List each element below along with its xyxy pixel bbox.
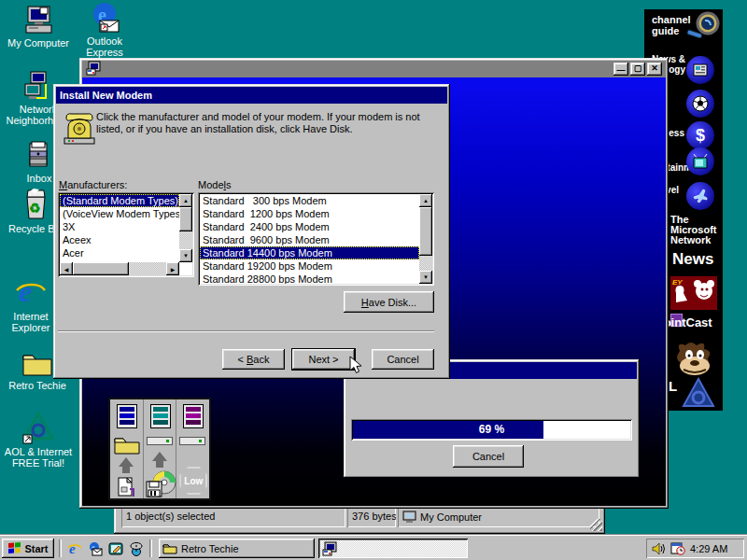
mouse-cursor [347, 356, 364, 378]
install-dialog-description: Click the manufacturer and model of your… [96, 111, 444, 135]
model-item[interactable]: Standard 1200 bps Modem [200, 207, 419, 220]
setup-window-titlebar[interactable]: — ▢ ✕ [82, 61, 666, 77]
taskbar-separator [59, 539, 62, 557]
scroll-thumb[interactable] [419, 207, 432, 256]
vertical-scrollbar[interactable]: ▲ ▼ [419, 194, 432, 284]
windows-logo-icon [7, 542, 21, 555]
scroll-down-icon[interactable]: ▼ [419, 271, 432, 284]
minimize-button[interactable]: — [613, 63, 628, 76]
channel-aol-icon[interactable] [682, 377, 715, 411]
model-item-selected[interactable]: Standard 14400 bps Modem [200, 246, 419, 259]
back-button[interactable]: < Back [222, 349, 285, 370]
separator [58, 330, 434, 332]
billboard-column-drive [144, 399, 177, 498]
channel-travel-icon[interactable] [686, 182, 714, 210]
quicklaunch-show-desktop-icon[interactable] [107, 540, 124, 556]
status-location: My Computer [398, 508, 599, 527]
progress-cancel-button[interactable]: Cancel [453, 445, 524, 468]
task-button-retro-techie[interactable]: Retro Techie [159, 539, 315, 558]
desktop-icon-label: AOL & Internet FREE Trial! [2, 446, 75, 469]
channel-guide-icon[interactable] [685, 11, 721, 45]
scroll-right-icon[interactable]: ▶ [166, 262, 179, 275]
taskbar: Start e e Retro Techie 4:29 AM [0, 535, 747, 560]
modem-setup-icon [86, 61, 101, 77]
status-size: 376 bytes [347, 508, 396, 527]
desktop-icon-outlook-express[interactable]: e Outlook Express [73, 3, 136, 58]
desktop-icon-label: Outlook Express [73, 35, 136, 58]
billboard-folder-icon [113, 433, 141, 457]
chip-stack-purple [183, 404, 204, 428]
model-item[interactable]: Standard 9600 bps Modem [200, 233, 419, 246]
billboard-drive-icon [147, 437, 173, 445]
install-dialog-title: Install New Modem [60, 90, 152, 101]
low-sign: Low [179, 467, 207, 495]
channel-disney-icon[interactable]: EY [670, 276, 717, 310]
have-disk-button[interactable]: Have Disk... [344, 291, 434, 313]
my-computer-icon [6, 5, 71, 35]
channel-label-news[interactable]: News [672, 250, 715, 269]
scroll-thumb[interactable] [73, 262, 129, 275]
install-billboard-graphic: Low [108, 398, 211, 500]
quicklaunch-view-channels-icon[interactable] [128, 540, 145, 556]
billboard-document-icon [117, 476, 135, 500]
scroll-up-icon[interactable]: ▲ [419, 194, 432, 207]
channel-label-aol[interactable]: L [669, 381, 680, 391]
status-objects: 1 object(s) selected [121, 508, 345, 527]
billboard-column-low: Low [176, 399, 209, 498]
up-arrow-icon [152, 452, 167, 461]
tray-datetime-icon[interactable] [670, 541, 685, 555]
scroll-up-icon[interactable]: ▲ [179, 194, 192, 207]
telephone-icon [63, 110, 96, 147]
quicklaunch-outlook-express-icon[interactable]: e [87, 540, 104, 556]
channel-entertainment-icon[interactable] [686, 147, 714, 175]
svg-text:e: e [69, 541, 76, 556]
channel-business-icon[interactable]: $ [686, 121, 714, 149]
my-computer-small-icon [402, 511, 416, 525]
taskbar-separator [149, 539, 152, 557]
manufacturer-item[interactable]: Aceex [60, 233, 179, 246]
task-button-modem-setup[interactable] [318, 539, 468, 558]
vertical-scrollbar[interactable]: ▲ ▼ [179, 194, 192, 262]
cancel-button[interactable]: Cancel [372, 349, 434, 370]
desktop-icon-my-computer[interactable]: My Computer [6, 5, 71, 49]
manufacturer-item[interactable]: 3X [60, 220, 179, 233]
install-dialog-titlebar[interactable]: Install New Modem [56, 87, 447, 104]
progress-percent: 69 % [351, 423, 632, 436]
next-button[interactable]: Next > [292, 349, 355, 370]
system-tray: 4:29 AM [646, 539, 744, 558]
manufacturer-item[interactable]: (Standard Modem Types) [60, 194, 179, 207]
billboard-drive-icon [179, 437, 205, 445]
svg-text:e: e [19, 275, 32, 308]
desktop-icon-label: Retro Techie [2, 380, 73, 391]
billboard-column-folder [110, 399, 144, 498]
modem-setup-icon [322, 541, 337, 556]
close-button[interactable]: ✕ [647, 63, 662, 76]
maximize-button[interactable]: ▢ [630, 63, 645, 76]
resize-grip[interactable] [590, 519, 602, 531]
install-modem-dialog: Install New Modem Click the manufacturer… [53, 84, 450, 379]
horizontal-scrollbar[interactable]: ◀ ▶ [60, 262, 179, 275]
channel-sports-icon[interactable] [686, 90, 714, 118]
scroll-thumb[interactable] [179, 207, 192, 231]
scroll-down-icon[interactable]: ▼ [179, 249, 192, 262]
model-item[interactable]: Standard 28800 bps Modem [200, 273, 419, 284]
up-arrow-icon [119, 457, 134, 467]
channel-news-technology-icon[interactable] [686, 56, 714, 84]
volume-icon[interactable] [652, 542, 666, 555]
manufacturers-listbox[interactable]: (Standard Modem Types) (VoiceView Modem … [58, 192, 194, 277]
aol-icon [2, 413, 75, 444]
model-item[interactable]: Standard 300 bps Modem [200, 194, 419, 207]
model-item[interactable]: Standard 19200 bps Modem [200, 259, 419, 273]
quicklaunch-internet-explorer-icon[interactable]: e [66, 540, 83, 556]
start-button[interactable]: Start [2, 539, 54, 558]
model-item[interactable]: Standard 2400 bps Modem [200, 220, 419, 233]
scroll-left-icon[interactable]: ◀ [60, 262, 73, 275]
models-listbox[interactable]: Standard 300 bps Modem Standard 1200 bps… [198, 192, 434, 286]
billboard-floppy-cd-icon [145, 470, 176, 500]
desktop-icon-aol-free-trial[interactable]: AOL & Internet FREE Trial! [2, 413, 75, 469]
channel-warner-taz-icon[interactable] [672, 338, 717, 379]
manufacturer-item[interactable]: (VoiceView Modem Types) [60, 207, 179, 220]
channel-label-msn[interactable]: The Microsoft Network [670, 215, 721, 245]
chip-stack-teal [150, 404, 171, 428]
manufacturer-item[interactable]: Acer [60, 246, 179, 259]
